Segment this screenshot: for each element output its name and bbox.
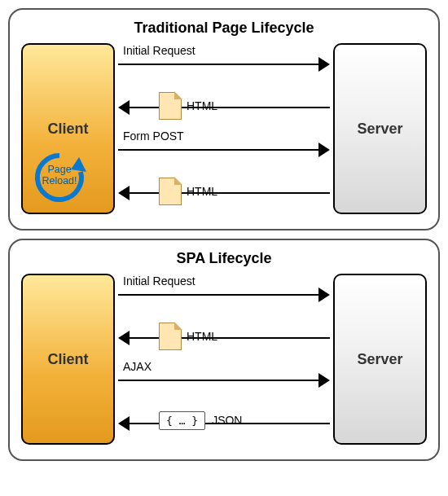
lane-initial-request: Initial Request (118, 276, 330, 314)
document-icon (159, 92, 182, 120)
client-label: Client (47, 351, 88, 368)
lane-html-response-2: HTML (118, 174, 330, 212)
doc-label: HTML (187, 99, 217, 112)
arrow-head-icon (318, 57, 330, 72)
arrow-line (126, 337, 330, 339)
lane-html-response: HTML (118, 319, 330, 357)
panel-title: Traditional Page Lifecycle (21, 20, 427, 37)
arrow-head-icon (118, 100, 130, 115)
arrow-line (118, 64, 322, 65)
page-reload-badge: PageReload! (33, 151, 86, 204)
lane-initial-request: Initial Request (118, 46, 330, 83)
json-badge: { … } JSON (159, 411, 242, 430)
row: Client Initial Request HTML AJAX (21, 274, 427, 445)
arrow-line (118, 380, 322, 381)
arrow-line (118, 294, 322, 296)
reload-text: PageReload! (33, 164, 86, 187)
panel-traditional: Traditional Page Lifecycle Client PageRe… (8, 8, 440, 230)
server-box: Server (333, 43, 427, 214)
client-box: Client (21, 274, 115, 445)
doc-label: HTML (187, 185, 217, 198)
doc-badge: HTML (159, 178, 217, 205)
arrow-head-icon (118, 331, 130, 345)
json-body: { … } (159, 411, 205, 430)
server-label: Server (357, 121, 402, 138)
arrow-head-icon (118, 186, 130, 200)
doc-badge: HTML (159, 323, 217, 350)
lane-label: Initial Request (123, 44, 195, 57)
lane-json-response: { … } JSON (118, 405, 330, 442)
doc-label: HTML (187, 330, 217, 343)
arrow-head-icon (318, 373, 330, 388)
lane-form-post: Form POST (118, 131, 330, 169)
json-label: JSON (212, 414, 242, 427)
doc-badge: HTML (159, 92, 217, 120)
lane-label: Initial Request (123, 274, 195, 288)
panel-spa: SPA Lifecycle Client Initial Request HTM… (8, 239, 440, 461)
client-label: Client (47, 121, 88, 138)
arrow-head-icon (318, 288, 330, 302)
lane-label: AJAX (123, 360, 152, 373)
message-lanes: Initial Request HTML Form POST (115, 43, 333, 214)
arrow-head-icon (118, 416, 130, 431)
arrow-line (126, 192, 330, 194)
lane-label: Form POST (123, 129, 184, 143)
arrow-line (118, 149, 322, 151)
arrow-head-icon (318, 143, 330, 157)
message-lanes: Initial Request HTML AJAX { … } (115, 274, 333, 445)
lane-html-response-1: HTML (118, 89, 330, 126)
lane-ajax: AJAX (118, 362, 330, 399)
client-box: Client PageReload! (21, 43, 115, 214)
server-box: Server (333, 274, 427, 445)
document-icon (159, 178, 182, 205)
arrow-line (126, 107, 330, 108)
row: Client PageReload! Initial Request HTML (21, 43, 427, 214)
server-label: Server (357, 351, 402, 368)
panel-title: SPA Lifecycle (21, 250, 427, 267)
document-icon (159, 323, 182, 350)
